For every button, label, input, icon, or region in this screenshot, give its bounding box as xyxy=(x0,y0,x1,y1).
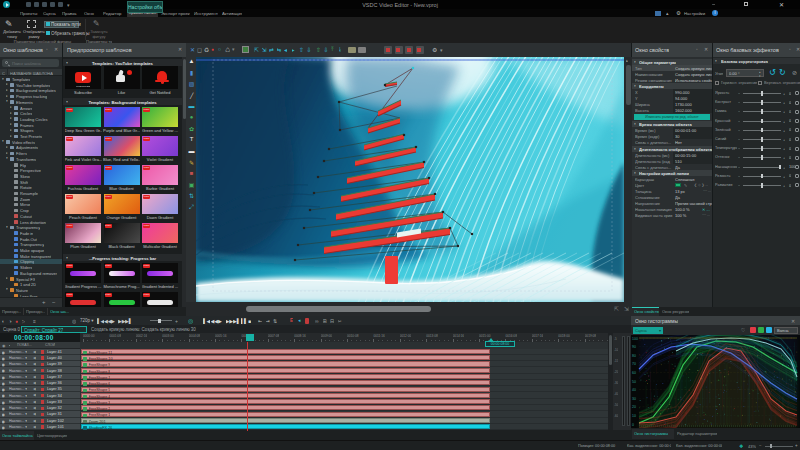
svg-text:70: 70 xyxy=(632,362,636,366)
svg-text:50: 50 xyxy=(632,380,636,384)
svg-text:0: 0 xyxy=(632,423,634,427)
svg-text:40: 40 xyxy=(632,388,636,392)
svg-text:80: 80 xyxy=(632,354,636,358)
svg-text:10: 10 xyxy=(632,414,636,418)
svg-text:20: 20 xyxy=(632,405,636,409)
svg-text:60: 60 xyxy=(632,371,636,375)
svg-text:100: 100 xyxy=(632,337,638,341)
svg-text:90: 90 xyxy=(632,345,636,349)
svg-text:30: 30 xyxy=(632,397,636,401)
